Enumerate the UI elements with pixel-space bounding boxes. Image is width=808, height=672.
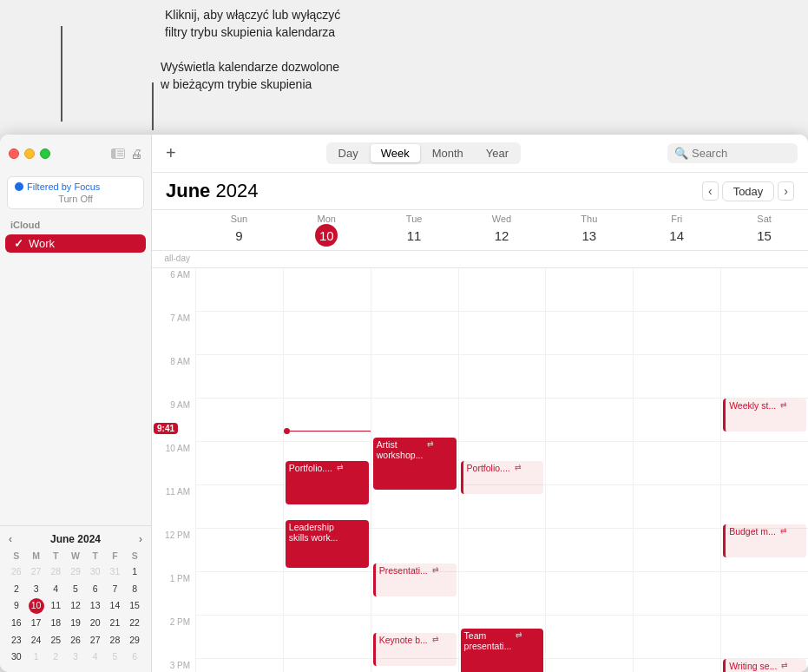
mini-cal-day[interactable]: 5 [106, 649, 125, 665]
mini-cal-day[interactable]: 26 [66, 632, 85, 649]
event-sat[interactable]: Writing se...⇄ [723, 659, 806, 672]
mini-cal-day[interactable]: 31 [106, 563, 125, 580]
annotation-text-1: Kliknij, aby włączyć lub wyłączyćfiltry … [165, 7, 340, 41]
mini-cal-day[interactable]: 4 [86, 649, 105, 665]
focus-dot-icon [15, 182, 23, 191]
day-header-wed: Wed12 [458, 210, 546, 250]
mini-cal-day[interactable]: 30 [7, 649, 26, 665]
day-header-mon: Mon10 [283, 210, 371, 250]
mini-calendar: ‹ June 2024 › SMTWTFS2627282930311234567… [0, 525, 151, 672]
hour-line [634, 268, 720, 312]
hour-line [371, 312, 458, 355]
tab-week[interactable]: Week [371, 144, 420, 162]
hour-line [546, 355, 633, 399]
mini-cal-day[interactable]: 28 [46, 563, 65, 580]
hour-line [459, 399, 546, 442]
hour-label: 3 PM [152, 659, 195, 672]
search-input[interactable] [692, 147, 791, 160]
mini-cal-day[interactable]: 27 [27, 563, 46, 580]
event-mon[interactable]: Leadership skills work... [286, 520, 369, 568]
mini-cal-day[interactable]: 7 [106, 581, 125, 597]
mini-cal-day[interactable]: 3 [66, 649, 85, 665]
event-sat[interactable]: Weekly st...⇄ [723, 399, 806, 432]
day-col-tue: Artist workshop...⇄Presentati...⇄Keynote… [371, 268, 458, 672]
mini-cal-day[interactable]: 4 [46, 581, 65, 597]
mini-cal-day[interactable]: 19 [66, 615, 85, 631]
mini-cal-day[interactable]: 18 [46, 615, 65, 631]
mini-cal-day[interactable]: 27 [86, 632, 105, 649]
hour-line [546, 616, 633, 659]
mini-cal-day[interactable]: 8 [125, 581, 144, 597]
hour-line [459, 268, 546, 312]
hour-label: 8 AM [152, 355, 195, 399]
mini-cal-day[interactable]: 23 [7, 632, 26, 649]
mini-cal-day[interactable]: 1 [27, 649, 46, 665]
mini-cal-day[interactable]: 30 [86, 563, 105, 580]
today-button[interactable]: Today [722, 181, 775, 201]
mini-cal-day[interactable]: 20 [86, 615, 105, 631]
mini-cal-prev[interactable]: ‹ [7, 533, 14, 545]
mini-cal-day[interactable]: 14 [106, 597, 125, 614]
mini-cal-day[interactable]: 9 [7, 597, 26, 614]
event-wed[interactable]: Team presentati...⇄ [461, 629, 544, 672]
mini-cal-day[interactable]: 25 [46, 632, 65, 649]
mini-cal-day[interactable]: 17 [27, 615, 46, 631]
hour-line [634, 399, 720, 442]
mini-cal-next[interactable]: › [137, 533, 144, 545]
mini-cal-day[interactable]: 24 [27, 632, 46, 649]
mini-cal-day[interactable]: 6 [86, 581, 105, 597]
mini-cal-day[interactable]: 1 [125, 563, 144, 580]
mini-cal-day[interactable]: 21 [106, 615, 125, 631]
tab-day[interactable]: Day [328, 144, 369, 162]
event-wed[interactable]: Portfolio....⇄ [461, 461, 544, 494]
hour-line [196, 659, 283, 672]
event-tue[interactable]: Keynote b...⇄ [373, 633, 457, 666]
mini-cal-day[interactable]: 22 [125, 615, 144, 631]
print-icon[interactable]: 🖨 [130, 147, 142, 161]
cal-next-btn[interactable]: › [778, 181, 794, 201]
mini-cal-day[interactable]: 29 [125, 632, 144, 649]
recur-icon: ⇄ [432, 635, 439, 643]
current-time-indicator [284, 428, 371, 434]
mini-cal-day[interactable]: 13 [86, 597, 105, 614]
close-button[interactable] [9, 148, 19, 159]
mini-cal-day[interactable]: 16 [7, 615, 26, 631]
hour-line [371, 355, 458, 399]
hour-line [196, 529, 283, 572]
fullscreen-button[interactable] [40, 148, 50, 159]
tab-month[interactable]: Month [422, 144, 474, 162]
mini-cal-day[interactable]: 26 [7, 563, 26, 580]
add-event-button[interactable]: + [162, 143, 180, 163]
mini-cal-day-header: T [46, 549, 65, 563]
mini-cal-day[interactable]: 28 [106, 632, 125, 649]
sidebar-item-work[interactable]: ✓ Work [5, 234, 146, 253]
cal-prev-btn[interactable]: ‹ [702, 181, 719, 201]
mini-cal-day[interactable]: 11 [46, 597, 65, 614]
focus-turn-off[interactable]: Turn Off [58, 194, 93, 204]
mini-cal-day[interactable]: 5 [66, 581, 85, 597]
mini-cal-day-header: W [66, 549, 85, 563]
event-sat[interactable]: Budget m...⇄ [723, 524, 806, 557]
focus-filter-banner[interactable]: Filtered by Focus Turn Off [7, 176, 144, 209]
current-time-badge: 9:41 [154, 423, 178, 434]
mini-cal-day[interactable]: 15 [125, 597, 144, 614]
sidebar-icon[interactable] [111, 148, 125, 159]
mini-cal-day[interactable]: 2 [7, 581, 26, 597]
tab-year[interactable]: Year [476, 144, 519, 162]
minimize-button[interactable] [24, 148, 35, 159]
mini-cal-day[interactable]: 2 [46, 649, 65, 665]
mini-cal-day[interactable]: 29 [66, 563, 85, 580]
all-day-thu [545, 251, 633, 267]
mini-cal-day[interactable]: 6 [125, 649, 144, 665]
day-header-thu: Thu13 [545, 210, 633, 250]
view-tabs: Day Week Month Year [326, 142, 522, 164]
event-tue[interactable]: Presentati...⇄ [373, 563, 457, 596]
mini-cal-day[interactable]: 12 [66, 597, 85, 614]
hour-label: 2 PM [152, 616, 195, 659]
search-bar[interactable]: 🔍 [667, 143, 798, 163]
hour-line [546, 485, 633, 529]
event-tue[interactable]: Artist workshop...⇄ [373, 438, 457, 490]
event-mon[interactable]: Portfolio....⇄ [286, 461, 369, 504]
mini-cal-day[interactable]: 3 [27, 581, 46, 597]
mini-cal-day[interactable]: 10 [29, 598, 44, 614]
